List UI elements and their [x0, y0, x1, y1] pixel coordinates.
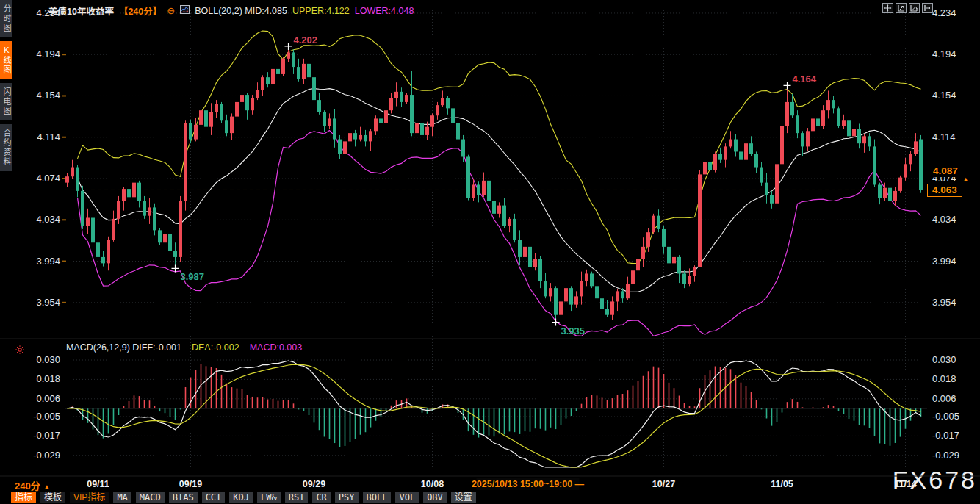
toolbar-button-obv[interactable]: OBV	[423, 492, 447, 503]
svg-text:4.114: 4.114	[932, 132, 956, 143]
axis-scale-left-icon[interactable]	[896, 3, 907, 13]
svg-text:0.006: 0.006	[932, 393, 956, 404]
toolbar-button-rsi[interactable]: RSI	[285, 492, 309, 503]
annotations-layer: 4.2024.1643.9873.935	[65, 35, 927, 336]
last-price-badge: 4.087	[929, 165, 962, 177]
toolbar-button-cci[interactable]: CCI	[202, 492, 226, 503]
toolbar-button-bias[interactable]: BIAS	[169, 492, 198, 503]
svg-text:09/11: 09/11	[87, 479, 109, 489]
indicator-toolbar: 指标 模板 VIP指标 MA MACD BIAS CCI KDJ LW& RSI…	[11, 492, 476, 503]
svg-text:3.994: 3.994	[932, 256, 956, 267]
toolbar-button-psy[interactable]: PSY	[335, 492, 359, 503]
svg-text:4.194: 4.194	[36, 48, 60, 60]
svg-text:3.954: 3.954	[932, 297, 956, 308]
svg-text:09/19: 09/19	[179, 479, 202, 489]
axis-labels-layer: 4.2344.2344.1944.1944.1544.1544.1144.114…	[33, 7, 959, 490]
chart-tool-icons	[882, 3, 933, 13]
collapse-panel-right-icon[interactable]	[922, 3, 933, 13]
collapse-indicator-icon[interactable]: ⊖	[167, 7, 175, 15]
svg-text:10/08: 10/08	[421, 479, 444, 489]
interval-selector[interactable]: 240分▲	[15, 478, 51, 492]
svg-text:-0.029: -0.029	[932, 450, 959, 461]
chevron-up-icon: ▲	[43, 483, 51, 491]
macd-diff-label: MACD(26,12,9) DIFF:-0.001	[66, 342, 181, 353]
interval-tag[interactable]: 【240分】	[119, 4, 162, 18]
sidebar-tab-timeline[interactable]: 分时图	[0, 0, 12, 37]
macd-dea-label: DEA:-0.002	[192, 342, 239, 353]
svg-text:4.154: 4.154	[932, 90, 956, 101]
svg-text:4.194: 4.194	[932, 48, 956, 60]
svg-text:4.164: 4.164	[793, 73, 817, 84]
svg-text:4.034: 4.034	[36, 214, 60, 225]
svg-text:10/27: 10/27	[652, 479, 675, 489]
macd-settings-icon[interactable]	[15, 345, 25, 355]
macd-header: MACD(26,12,9) DIFF:-0.001 DEA:-0.002 MAC…	[66, 342, 302, 353]
svg-text:-0.005: -0.005	[932, 411, 959, 422]
svg-text:4.154: 4.154	[36, 90, 60, 101]
svg-text:4.034: 4.034	[932, 214, 956, 225]
sidebar-tab-lightning[interactable]: 闪电图	[0, 83, 12, 120]
svg-text:4.202: 4.202	[294, 35, 318, 46]
pan-crosshair-icon[interactable]	[882, 3, 893, 13]
toolbar-button-kdj[interactable]: KDJ	[229, 492, 253, 503]
toolbar-button-cr[interactable]: CR	[312, 492, 330, 503]
svg-text:4.074: 4.074	[36, 173, 60, 184]
svg-text:2025/10/13 15:00~19:00 —: 2025/10/13 15:00~19:00 —	[472, 479, 585, 489]
view-mode-sidebar: 分时图 K线图 闪电图 合约资料	[0, 0, 12, 175]
toolbar-button-vip-indicator[interactable]: VIP指标	[70, 492, 109, 503]
svg-text:0.006: 0.006	[36, 393, 60, 404]
mini-chart-icon[interactable]	[180, 5, 190, 16]
toolbar-button-template[interactable]: 模板	[40, 492, 65, 503]
svg-text:4.234: 4.234	[932, 7, 956, 18]
svg-text:11/14: 11/14	[894, 479, 917, 489]
boll-upper-label: UPPER:4.122	[292, 6, 350, 16]
toolbar-button-vol[interactable]: VOL	[395, 492, 419, 503]
boll-lower-label: LOWER:4.048	[355, 6, 414, 16]
svg-text:3.994: 3.994	[36, 256, 60, 267]
axis-scale-right-icon[interactable]	[909, 3, 920, 13]
svg-text:11/05: 11/05	[771, 479, 793, 489]
svg-text:-0.005: -0.005	[33, 411, 60, 422]
toolbar-button-boll[interactable]: BOLL	[363, 492, 392, 503]
svg-text:09/29: 09/29	[303, 479, 325, 489]
toolbar-button-settings[interactable]: 设置	[451, 492, 476, 503]
chart-header: 美债10年收益率 【240分】 ⊖ BOLL(20,2) MID:4.085 U…	[48, 4, 414, 18]
svg-text:3.935: 3.935	[561, 325, 586, 336]
svg-text:3.954: 3.954	[36, 297, 60, 308]
kline-macd-chart[interactable]: 4.2344.2344.1944.1944.1544.1544.1144.114…	[0, 0, 980, 504]
svg-text:0.018: 0.018	[932, 373, 956, 384]
toolbar-button-lw[interactable]: LW&	[257, 492, 281, 503]
price-up-arrow-icon: ▲	[962, 176, 969, 183]
toolbar-button-macd[interactable]: MACD	[136, 492, 165, 503]
trading-terminal: { "header": { "title": "美债10年收益率", "inte…	[0, 0, 980, 504]
svg-text:0.030: 0.030	[932, 354, 956, 365]
svg-text:-0.017: -0.017	[33, 430, 60, 441]
svg-text:4.114: 4.114	[37, 132, 60, 143]
instrument-title: 美债10年收益率	[48, 4, 114, 18]
reference-price-badge: 4.063	[927, 184, 962, 197]
macd-layer	[65, 361, 927, 467]
macd-value-label: MACD:0.003	[250, 342, 303, 353]
svg-text:3.987: 3.987	[181, 271, 205, 282]
toolbar-button-indicator[interactable]: 指标	[11, 492, 36, 503]
boll-mid-label: BOLL(20,2) MID:4.085	[195, 6, 287, 16]
svg-text:-0.017: -0.017	[932, 430, 959, 441]
sidebar-tab-kline[interactable]: K线图	[0, 41, 12, 79]
svg-text:0.030: 0.030	[36, 354, 60, 365]
toolbar-button-ma[interactable]: MA	[113, 492, 131, 503]
svg-text:0.018: 0.018	[36, 373, 60, 384]
sidebar-tab-contract-info[interactable]: 合约资料	[0, 124, 12, 171]
svg-text:-0.029: -0.029	[33, 450, 60, 461]
